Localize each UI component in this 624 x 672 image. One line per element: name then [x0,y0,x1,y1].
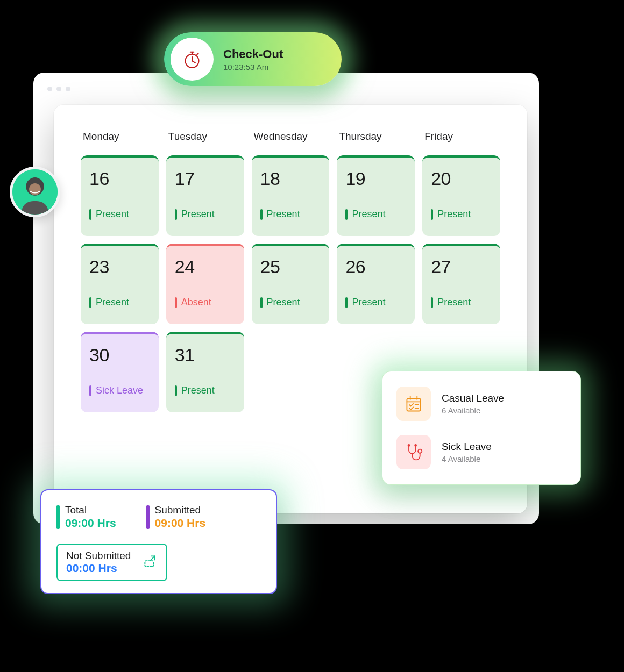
calendar-day[interactable]: 31Present [166,332,244,412]
sick-leave-title: Sick Leave [442,441,492,453]
day-status-label: Present [181,209,215,220]
check-out-time: 10:23:53 Am [223,62,283,72]
casual-leave-title: Casual Leave [442,392,504,404]
status-bar-icon [431,297,433,308]
svg-point-16 [408,445,410,446]
day-number: 30 [89,345,150,366]
export-icon [143,554,158,571]
status-bar-icon [175,297,177,308]
day-status: Present [345,297,406,308]
day-status: Present [89,297,150,308]
day-status-label: Sick Leave [96,385,143,396]
casual-leave-available: 6 Available [442,406,504,415]
status-bar-icon [175,385,177,396]
day-status: Present [431,209,492,220]
calendar-check-icon [396,387,431,421]
day-number: 20 [431,168,492,189]
svg-point-17 [415,445,416,446]
status-bar-icon [260,297,263,308]
weekday-row: Monday Tuesday Wednesday Thursday Friday [81,131,500,142]
day-number: 23 [89,256,150,277]
day-status: Present [431,297,492,308]
not-submitted-button[interactable]: Not Submitted 00:00 Hrs [56,544,167,581]
calendar-day[interactable]: 25Present [252,244,330,324]
day-status-label: Present [267,209,300,220]
svg-line-19 [150,556,155,561]
calendar-day[interactable]: 16Present [81,155,159,236]
day-status-label: Present [352,209,385,220]
calendar-day[interactable]: 18Present [252,155,330,236]
total-hours-label: Total [65,504,116,516]
submitted-hours-label: Submitted [155,504,206,516]
day-number: 26 [345,256,406,277]
svg-point-8 [29,183,41,195]
calendar-day[interactable]: 30Sick Leave [81,332,159,412]
day-number: 19 [345,168,406,189]
casual-leave-row[interactable]: Casual Leave 6 Available [396,387,566,421]
status-bar-icon [431,209,433,220]
weekday-label: Thursday [337,131,415,142]
not-submitted-value: 00:00 Hrs [66,562,131,575]
check-out-title: Check-Out [223,47,283,61]
status-bar-icon [89,297,91,308]
svg-line-5 [197,53,198,55]
sick-leave-row[interactable]: Sick Leave 4 Available [396,435,566,469]
window-controls [47,87,70,91]
stopwatch-icon [171,38,214,81]
calendar-day[interactable]: 23Present [81,244,159,324]
day-number: 25 [260,256,321,277]
day-status: Present [175,209,236,220]
day-status-label: Present [96,297,129,308]
day-status-label: Present [181,385,215,396]
stethoscope-icon [396,435,431,469]
day-number: 24 [175,256,236,277]
day-status-label: Present [267,297,300,308]
day-status: Present [175,385,236,396]
day-status-label: Present [96,209,129,220]
leave-balance-card: Casual Leave 6 Available Sick Leave 4 Av… [382,371,581,485]
total-hours-metric: Total 09:00 Hrs [56,504,116,530]
status-bar-icon [345,209,348,220]
day-status: Present [260,209,321,220]
calendar-day[interactable]: 20Present [422,155,500,236]
weekday-label: Tuesday [166,131,244,142]
sick-leave-available: 4 Available [442,454,492,463]
status-bar-icon [175,209,177,220]
status-bar-icon [260,209,263,220]
check-out-button[interactable]: Check-Out 10:23:53 Am [164,32,342,86]
day-status: Present [260,297,321,308]
day-status-label: Present [437,209,471,220]
svg-rect-18 [145,561,154,567]
day-status: Present [89,209,150,220]
day-number: 18 [260,168,321,189]
calendar-day[interactable]: 24Absent [166,244,244,324]
status-bar-icon [89,385,91,396]
weekday-label: Monday [81,131,159,142]
day-status: Absent [175,297,236,308]
not-submitted-label: Not Submitted [66,550,131,562]
calendar-day[interactable]: 19Present [337,155,415,236]
day-status-label: Present [352,297,385,308]
calendar-day[interactable]: 27Present [422,244,500,324]
day-status-label: Absent [181,297,211,308]
submitted-hours-metric: Submitted 09:00 Hrs [146,504,206,530]
day-status: Present [345,209,406,220]
avatar[interactable] [10,167,60,217]
status-bar-icon [345,297,348,308]
calendar-day[interactable]: 26Present [337,244,415,324]
hours-summary-card: Total 09:00 Hrs Submitted 09:00 Hrs Not … [40,489,277,594]
day-status: Sick Leave [89,385,150,396]
day-number: 16 [89,168,150,189]
submitted-hours-value: 09:00 Hrs [155,517,206,530]
calendar-day[interactable]: 17Present [166,155,244,236]
day-number: 27 [431,256,492,277]
total-hours-value: 09:00 Hrs [65,517,116,530]
weekday-label: Friday [422,131,500,142]
day-status-label: Present [437,297,471,308]
day-number: 17 [175,168,236,189]
weekday-label: Wednesday [252,131,330,142]
day-number: 31 [175,345,236,366]
svg-line-2 [192,61,195,62]
status-bar-icon [89,209,91,220]
